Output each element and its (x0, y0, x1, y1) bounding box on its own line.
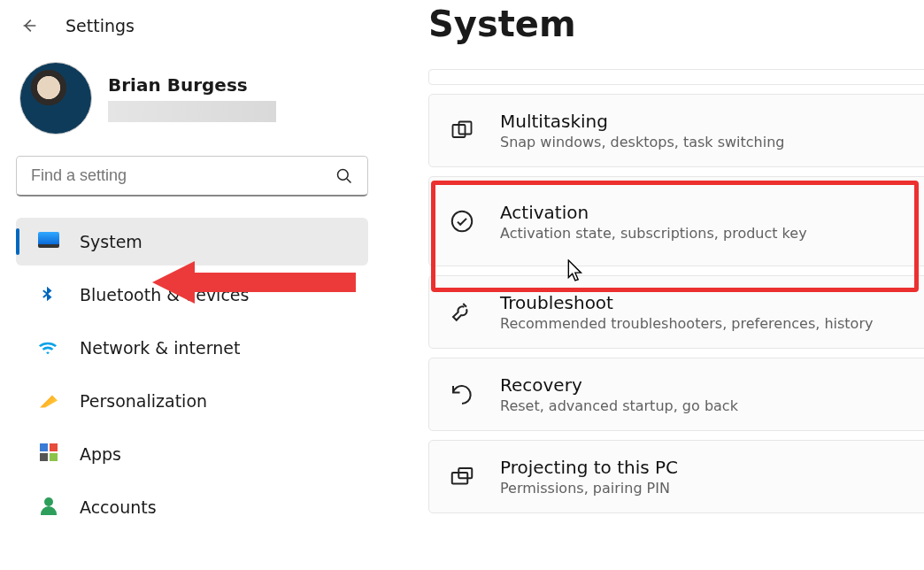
sidebar-item-label: Apps (80, 444, 121, 464)
sidebar-item-system[interactable]: System (16, 218, 368, 266)
card-activation[interactable]: Activation Activation state, subscriptio… (428, 176, 924, 266)
sidebar-item-label: System (80, 232, 142, 251)
sidebar-item-accounts[interactable]: Accounts (16, 483, 368, 531)
sidebar-item-apps[interactable]: Apps (16, 430, 368, 478)
card-title: Recovery (500, 374, 738, 396)
card-text: Activation Activation state, subscriptio… (500, 202, 807, 242)
search-input[interactable] (31, 166, 335, 185)
sidebar-item-bluetooth[interactable]: Bluetooth & devices (16, 271, 368, 319)
sidebar-item-network[interactable]: Network & internet (16, 324, 368, 372)
sidebar-item-label: Network & internet (80, 338, 240, 358)
troubleshoot-icon (447, 299, 477, 326)
apps-icon (37, 443, 60, 466)
sidebar-item-personalization[interactable]: Personalization (16, 377, 368, 425)
sidebar-header: Settings (16, 12, 368, 55)
settings-cards: Multitasking Snap windows, desktops, tas… (428, 69, 924, 513)
card-sub: Permissions, pairing PIN (500, 480, 678, 497)
card-sub: Recommended troubleshooters, preferences… (500, 315, 873, 332)
nav: System Bluetooth & devices Network & int… (16, 218, 368, 531)
projecting-icon (447, 464, 477, 490)
sidebar-item-label: Accounts (80, 497, 157, 517)
window-title: Settings (65, 16, 135, 35)
card-stub (428, 69, 924, 85)
card-text: Projecting to this PC Permissions, pairi… (500, 457, 678, 497)
user-block[interactable]: Brian Burgess (16, 55, 368, 154)
card-sub: Activation state, subscriptions, product… (500, 225, 807, 242)
card-recovery[interactable]: Recovery Reset, advanced startup, go bac… (428, 358, 924, 431)
wifi-icon (37, 338, 60, 358)
multitasking-icon (447, 119, 477, 143)
card-text: Troubleshoot Recommended troubleshooters… (500, 292, 873, 332)
avatar (19, 62, 92, 135)
sidebar-item-label: Personalization (80, 391, 207, 411)
card-title: Activation (500, 202, 807, 223)
back-button[interactable] (19, 16, 39, 35)
card-text: Multitasking Snap windows, desktops, tas… (500, 111, 784, 150)
system-icon (37, 231, 60, 252)
user-name: Brian Burgess (108, 74, 276, 96)
main-panel: System Multitasking Snap windows, deskto… (384, 0, 924, 570)
accounts-icon (37, 497, 60, 518)
activation-icon (447, 208, 477, 235)
sidebar: Settings Brian Burgess System (0, 0, 384, 570)
card-projecting[interactable]: Projecting to this PC Permissions, pairi… (428, 440, 924, 513)
svg-point-0 (338, 169, 349, 180)
search-box[interactable] (16, 156, 368, 196)
card-title: Troubleshoot (500, 292, 873, 313)
svg-point-3 (452, 212, 473, 232)
personalization-icon (37, 390, 60, 412)
user-email-redacted (108, 101, 276, 122)
card-multitasking[interactable]: Multitasking Snap windows, desktops, tas… (428, 94, 924, 167)
page-title: System (428, 4, 924, 44)
card-sub: Reset, advanced startup, go back (500, 397, 738, 414)
settings-app: Settings Brian Burgess System (0, 0, 924, 570)
card-title: Multitasking (500, 111, 784, 132)
search-icon (335, 167, 353, 185)
sidebar-item-label: Bluetooth & devices (80, 285, 249, 304)
card-sub: Snap windows, desktops, task switching (500, 134, 784, 150)
card-troubleshoot[interactable]: Troubleshoot Recommended troubleshooters… (428, 275, 924, 349)
recovery-icon (447, 381, 477, 408)
bluetooth-icon (37, 285, 60, 304)
card-text: Recovery Reset, advanced startup, go bac… (500, 374, 738, 414)
user-text: Brian Burgess (108, 74, 276, 122)
card-title: Projecting to this PC (500, 457, 678, 478)
